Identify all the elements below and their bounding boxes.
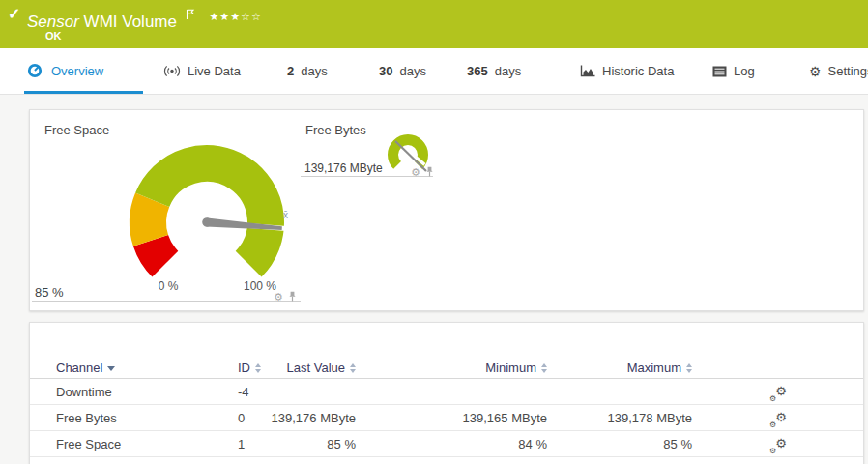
priority-stars[interactable]: ★★★☆☆ (209, 11, 261, 23)
tab-live-data[interactable]: Live Data (159, 48, 245, 94)
tile-divider (32, 301, 301, 302)
gauge-icon (27, 63, 43, 78)
sensor-type-label: Sensor (27, 13, 79, 31)
tab-30-days[interactable]: 30 days (375, 48, 430, 94)
sensor-name: WMI Volume (84, 13, 177, 31)
cell-last-value: 85 % (211, 431, 356, 456)
tab-overview-label: Overview (51, 64, 103, 78)
tab-2-days-unit: days (301, 64, 327, 78)
sort-icon (350, 363, 356, 373)
cell-maximum: 85 % (547, 431, 692, 456)
stars-empty: ☆☆ (241, 11, 262, 22)
tab-365-days-value: 365 (467, 64, 488, 78)
column-header-channel[interactable]: Channel (56, 358, 211, 378)
stars-filled: ★★★ (209, 11, 241, 22)
gauges-panel: Free Space x̄ 0 % 100 % 85 % ⚙ Free Byte… (29, 109, 864, 311)
column-header-maximum[interactable]: Maximum (547, 358, 692, 378)
cell-minimum (402, 379, 547, 404)
channel-table-header: Channel ID Last Value Minimum Maximum (30, 358, 863, 379)
tile-pin-icon[interactable] (425, 163, 434, 181)
free-space-value: 85 % (35, 285, 64, 300)
tab-overview[interactable]: Overview (24, 48, 143, 94)
channel-table-panel: Channel ID Last Value Minimum Maximum Do… (29, 322, 864, 464)
table-row-free-bytes: Free Bytes 0 139,176 MByte 139,165 MByte… (30, 405, 863, 431)
cell-channel: Downtime (56, 379, 211, 404)
cell-last-value (211, 379, 356, 404)
tab-log-label: Log (734, 64, 755, 78)
column-header-last-value[interactable]: Last Value (211, 358, 356, 378)
cell-last-value: 139,176 MByte (211, 405, 356, 430)
ok-check-icon: ✓ (8, 5, 20, 23)
sort-desc-icon (107, 366, 115, 371)
gauge-scale-min-label: 0 % (146, 279, 190, 293)
cell-minimum: 84 % (402, 431, 547, 456)
tile-gear-icon[interactable]: ⚙ (274, 292, 283, 303)
tab-historic-data[interactable]: Historic Data (576, 48, 678, 94)
tab-historic-data-label: Historic Data (602, 64, 674, 78)
tab-365-days[interactable]: 365 days (463, 48, 525, 94)
free-bytes-gauge-title: Free Bytes (305, 123, 366, 137)
table-row-downtime: Downtime -4 ⚙⚙ (30, 379, 863, 405)
live-data-icon (163, 65, 181, 77)
gauge-segment-error (151, 241, 165, 264)
column-header-last-value-label: Last Value (287, 358, 345, 379)
tab-settings[interactable]: ⚙ Settings (805, 48, 868, 94)
settings-gear-icon: ⚙ (809, 65, 822, 78)
channel-settings-button[interactable]: ⚙⚙ (767, 431, 790, 456)
table-row-free-space: Free Space 1 85 % 84 % 85 % ⚙⚙ (30, 431, 863, 457)
tab-log[interactable]: Log (709, 48, 759, 94)
log-list-icon (712, 66, 727, 77)
tab-30-days-unit: days (399, 64, 425, 78)
tab-bar: Overview Live Data 2 days 30 days 365 da… (0, 48, 868, 95)
channel-settings-button[interactable]: ⚙⚙ (767, 405, 790, 430)
cell-channel: Free Space (56, 431, 211, 456)
free-space-gauge-title: Free Space (44, 123, 109, 137)
tab-30-days-value: 30 (379, 64, 392, 78)
tab-2-days[interactable]: 2 days (283, 48, 332, 94)
sensor-status-header: ✓ Sensor WMI Volume ★★★☆☆ OK (0, 0, 868, 48)
tile-pin-icon[interactable] (288, 288, 297, 305)
tab-live-data-label: Live Data (188, 64, 241, 78)
cell-maximum (547, 379, 692, 404)
gauge-mean-marker: x̄ (283, 210, 288, 220)
gauge-segment-warning (148, 200, 153, 241)
channel-settings-button[interactable]: ⚙⚙ (767, 379, 790, 404)
page-title: Sensor WMI Volume ★★★☆☆ (27, 6, 262, 32)
free-bytes-tile-actions: ⚙ (411, 163, 434, 181)
free-bytes-value: 139,176 MByte (304, 161, 383, 175)
column-header-maximum-label: Maximum (627, 358, 681, 379)
cell-maximum: 139,178 MByte (547, 405, 692, 430)
column-header-minimum-label: Minimum (485, 358, 536, 379)
sort-icon (686, 363, 692, 373)
column-header-channel-label: Channel (56, 358, 102, 379)
free-space-tile-actions: ⚙ (274, 288, 297, 305)
cell-minimum: 139,165 MByte (402, 405, 547, 430)
tile-gear-icon[interactable]: ⚙ (411, 167, 420, 178)
tab-365-days-unit: days (495, 64, 521, 78)
flag-icon[interactable] (186, 6, 195, 25)
column-header-minimum[interactable]: Minimum (402, 358, 547, 378)
tab-2-days-value: 2 (287, 64, 294, 78)
cell-channel: Free Bytes (56, 405, 211, 430)
area-chart-icon (580, 65, 595, 77)
tab-settings-label: Settings (828, 64, 868, 78)
status-badge: OK (45, 30, 62, 42)
